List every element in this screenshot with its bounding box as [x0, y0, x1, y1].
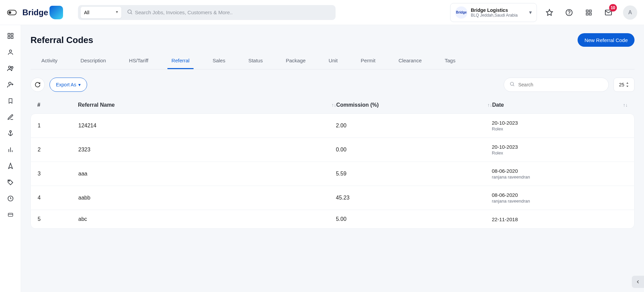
global-search-input[interactable] — [135, 9, 333, 15]
sort-icon — [626, 82, 629, 87]
cell-date: 08-06-2020ranjana raveendran — [492, 192, 627, 204]
page-size-select[interactable]: 25 — [613, 78, 635, 92]
search-icon — [509, 81, 515, 88]
rail-edit-icon[interactable] — [4, 110, 17, 124]
apps-icon[interactable] — [582, 5, 596, 20]
search-scope-select[interactable]: All — [81, 7, 121, 18]
rail-dashboard-icon[interactable] — [4, 29, 17, 43]
col-name[interactable]: Referral Name ↑↓ — [78, 102, 336, 108]
svg-point-30 — [510, 82, 514, 85]
chevron-down-icon: ▾ — [78, 82, 81, 87]
tab-clearance[interactable]: Clearance — [395, 53, 426, 69]
rail-history-icon[interactable] — [4, 192, 17, 205]
rail-tag-icon[interactable] — [4, 175, 17, 189]
table-toolbar: Export As ▾ 25 — [31, 78, 635, 92]
svg-point-17 — [8, 82, 11, 85]
cell-name: 124214 — [78, 123, 336, 129]
rail-user-icon[interactable] — [4, 45, 17, 59]
cell-date: 22-11-2018 — [492, 216, 627, 222]
tab-description[interactable]: Description — [77, 53, 110, 69]
global-search: All — [78, 5, 336, 20]
page-title: Referral Codes — [31, 35, 93, 45]
tab-tags[interactable]: Tags — [441, 53, 460, 69]
cell-index: 3 — [38, 171, 78, 177]
svg-rect-12 — [8, 37, 10, 39]
svg-rect-28 — [8, 213, 13, 216]
table-row[interactable]: 3aaa5.5908-06-2020ranjana raveendran — [31, 162, 634, 186]
col-commission[interactable]: Commission (%) ↑↓ — [336, 102, 492, 108]
svg-point-14 — [9, 50, 12, 52]
table-row[interactable]: 223230.0020-10-2023Rolex — [31, 138, 634, 162]
cell-index: 1 — [38, 123, 78, 129]
tab-hstariff[interactable]: HS/Tariff — [125, 53, 153, 69]
col-commission-label: Commission (%) — [336, 102, 379, 108]
rail-navigation-icon[interactable] — [4, 159, 17, 173]
cell-index: 4 — [38, 195, 78, 201]
table-header: # Referral Name ↑↓ Commission (%) ↑↓ Dat… — [31, 97, 635, 113]
toggle-switch[interactable] — [7, 9, 17, 16]
org-switcher[interactable]: Bridge Bridge Logistics BLQ Jeddah,Saudi… — [450, 3, 537, 22]
tab-package[interactable]: Package — [282, 53, 309, 69]
collapse-panel-button[interactable] — [632, 276, 644, 288]
tabs: ActivityDescriptionHS/TariffReferralSale… — [31, 53, 635, 69]
svg-point-16 — [11, 67, 13, 69]
app-logo[interactable]: Bridge — [22, 6, 63, 19]
help-icon[interactable] — [562, 5, 576, 20]
table-row[interactable]: 4aabb45.2308-06-2020ranjana raveendran — [31, 186, 634, 210]
user-avatar[interactable]: A — [623, 5, 637, 20]
tab-status[interactable]: Status — [244, 53, 267, 69]
logo-text: Bridge — [22, 8, 48, 17]
cell-commission: 5.00 — [336, 216, 492, 222]
mail-icon[interactable]: 10 — [601, 5, 616, 20]
svg-line-1 — [131, 13, 132, 14]
tab-activity[interactable]: Activity — [37, 53, 62, 69]
main-content: Referral Codes New Referral Code Activit… — [21, 25, 644, 292]
cell-name: abc — [78, 216, 336, 222]
org-meta: Bridge Logistics BLQ Jeddah,Saudi Arabia — [471, 7, 518, 18]
svg-rect-10 — [8, 34, 10, 36]
cell-date: 20-10-2023Rolex — [492, 120, 627, 131]
svg-rect-5 — [586, 10, 588, 12]
svg-rect-8 — [589, 13, 591, 15]
org-location: BLQ Jeddah,Saudi Arabia — [471, 13, 518, 18]
tab-sales[interactable]: Sales — [208, 53, 229, 69]
svg-rect-6 — [589, 10, 591, 12]
rail-card-icon[interactable] — [4, 208, 17, 222]
topbar: Bridge All Bridge Bridge Logistics BLQ J… — [0, 0, 644, 25]
svg-point-4 — [569, 14, 569, 14]
new-referral-button[interactable]: New Referral Code — [578, 33, 635, 47]
refresh-button[interactable] — [31, 78, 45, 92]
page-size-value: 25 — [619, 82, 624, 87]
mail-badge: 10 — [609, 4, 617, 12]
rail-team-icon[interactable] — [4, 62, 17, 75]
sort-icon: ↑↓ — [487, 102, 492, 108]
svg-rect-11 — [11, 34, 13, 36]
sort-icon: ↑↓ — [623, 102, 628, 108]
col-index: # — [37, 102, 78, 108]
rail-anchor-icon[interactable] — [4, 127, 17, 140]
favorite-icon[interactable] — [542, 5, 557, 20]
cell-index: 5 — [38, 216, 78, 222]
export-button[interactable]: Export As ▾ — [49, 78, 87, 92]
svg-point-15 — [8, 66, 11, 68]
search-icon — [125, 9, 135, 16]
cell-name: aabb — [78, 195, 336, 201]
org-avatar: Bridge — [455, 6, 467, 19]
rail-chart-icon[interactable] — [4, 143, 17, 157]
table-search — [504, 78, 609, 92]
table-row[interactable]: 11242142.0020-10-2023Rolex — [31, 114, 634, 138]
table-body: 11242142.0020-10-2023Rolex223230.0020-10… — [31, 113, 635, 229]
col-date[interactable]: Date ↑↓ — [492, 102, 628, 108]
tab-unit[interactable]: Unit — [325, 53, 342, 69]
tab-referral[interactable]: Referral — [167, 53, 194, 69]
cell-index: 2 — [38, 147, 78, 153]
col-name-label: Referral Name — [78, 102, 115, 108]
rail-bookmark-icon[interactable] — [4, 94, 17, 108]
svg-point-26 — [8, 181, 9, 182]
sort-icon: ↑↓ — [331, 102, 336, 108]
chevron-down-icon: ▾ — [529, 9, 532, 16]
rail-add-user-icon[interactable] — [4, 78, 17, 91]
table-search-input[interactable] — [518, 82, 603, 87]
tab-permit[interactable]: Permit — [357, 53, 379, 69]
table-row[interactable]: 5abc5.0022-11-2018 — [31, 210, 634, 228]
